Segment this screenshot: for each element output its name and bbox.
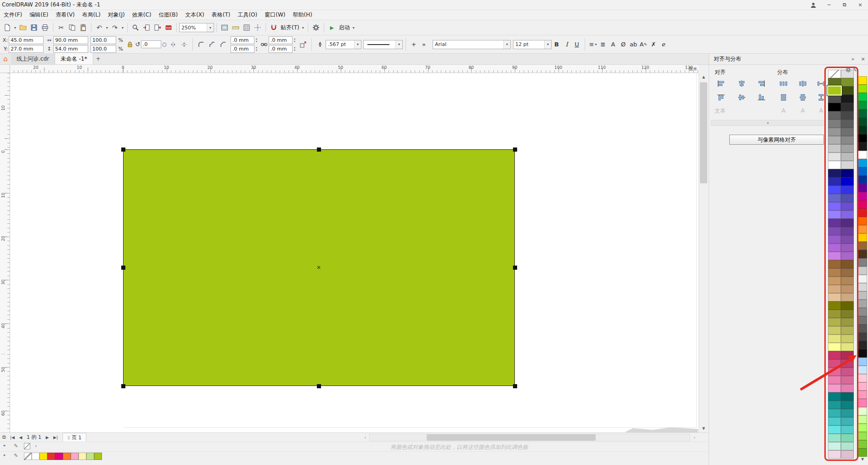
undo-button[interactable]: ↶ xyxy=(94,22,105,33)
color-swatch[interactable] xyxy=(828,210,841,219)
cut-button[interactable]: ✂ xyxy=(56,22,67,33)
vertical-ruler[interactable]: 100102030405060 xyxy=(0,73,10,432)
color-swatch[interactable] xyxy=(828,161,841,169)
color-swatch[interactable] xyxy=(841,194,854,202)
color-swatch[interactable] xyxy=(858,324,867,333)
color-swatch[interactable] xyxy=(47,453,55,460)
last-page-button[interactable]: ▶| xyxy=(51,433,60,442)
menu-item[interactable]: 效果(C) xyxy=(129,10,155,20)
color-swatch[interactable] xyxy=(828,450,841,459)
selection-handle[interactable] xyxy=(121,384,125,388)
color-swatch[interactable] xyxy=(841,376,854,384)
snap-label[interactable]: 贴齐(T) xyxy=(281,24,299,32)
color-swatch[interactable] xyxy=(828,103,841,111)
menu-item[interactable]: 表格(T) xyxy=(208,10,234,20)
snap-to-icon-button[interactable] xyxy=(268,22,279,33)
color-swatch[interactable] xyxy=(858,275,867,283)
color-swatch[interactable] xyxy=(841,301,854,310)
ruler-origin-button[interactable] xyxy=(0,65,10,73)
mirror-vertical-button[interactable] xyxy=(179,39,190,50)
palette-scroll-down-button[interactable]: ▼ xyxy=(857,457,868,461)
selection-handle[interactable] xyxy=(513,266,517,270)
color-swatch[interactable] xyxy=(858,167,867,176)
stepper[interactable]: ▴▾ xyxy=(294,37,295,43)
color-swatch[interactable] xyxy=(841,434,854,442)
color-swatch[interactable] xyxy=(858,242,867,250)
color-swatch[interactable] xyxy=(828,376,841,384)
link-corners-button[interactable] xyxy=(259,36,269,53)
proofing-button[interactable]: ✗ xyxy=(648,40,659,50)
chevron-down-icon[interactable]: ▾ xyxy=(207,23,214,32)
color-swatch[interactable] xyxy=(841,409,854,417)
color-swatch[interactable] xyxy=(828,95,841,103)
bold-button[interactable]: B xyxy=(552,40,562,50)
color-swatch[interactable] xyxy=(841,177,854,186)
color-swatch[interactable] xyxy=(79,453,86,460)
save-button[interactable] xyxy=(28,22,39,33)
color-swatch[interactable] xyxy=(858,109,867,118)
color-swatch[interactable] xyxy=(858,424,867,432)
horizontal-ruler[interactable]: 20100102030405060708090100110120130 毫米 xyxy=(10,65,699,73)
color-swatch[interactable] xyxy=(858,300,867,308)
options-button[interactable] xyxy=(310,22,321,33)
color-swatch[interactable] xyxy=(828,227,841,235)
color-swatch[interactable] xyxy=(841,384,854,392)
color-swatch[interactable] xyxy=(858,225,867,233)
color-swatch[interactable] xyxy=(828,260,841,268)
color-swatch[interactable] xyxy=(841,95,854,103)
bulleted-list-button[interactable]: ≣ xyxy=(598,40,608,50)
color-swatch[interactable] xyxy=(841,219,854,227)
page-sorter-icon[interactable]: ⧉ xyxy=(0,433,8,442)
no-fill-swatch[interactable] xyxy=(24,443,30,449)
menu-item[interactable]: 窗口(W) xyxy=(261,10,289,20)
color-swatch[interactable] xyxy=(828,384,841,392)
object-center-marker[interactable]: × xyxy=(316,264,321,271)
color-swatch[interactable] xyxy=(828,301,841,310)
color-swatch[interactable] xyxy=(858,407,867,415)
color-swatch[interactable] xyxy=(841,343,854,351)
color-swatch[interactable] xyxy=(858,85,867,93)
menu-item[interactable]: 文本(X) xyxy=(181,10,208,20)
selection-handle[interactable] xyxy=(317,147,321,152)
color-swatch[interactable] xyxy=(841,186,854,194)
selection-handle[interactable] xyxy=(121,147,125,152)
color-swatch[interactable] xyxy=(828,310,841,318)
align-center-vertically-button[interactable] xyxy=(734,91,749,103)
color-swatch[interactable] xyxy=(858,151,867,159)
color-swatch[interactable] xyxy=(828,318,841,326)
show-guidelines-button[interactable] xyxy=(252,22,263,33)
edit-text-button[interactable]: ab xyxy=(628,40,638,50)
color-swatch[interactable] xyxy=(841,442,854,450)
color-swatch[interactable] xyxy=(858,134,867,142)
color-swatch[interactable] xyxy=(858,308,867,316)
palette-edit-icon[interactable]: ✎ xyxy=(853,67,857,73)
color-swatch[interactable] xyxy=(858,440,867,448)
color-swatch[interactable] xyxy=(828,111,841,119)
search-content-button[interactable] xyxy=(130,22,141,33)
selection-handle[interactable] xyxy=(121,266,125,270)
new-document-button[interactable] xyxy=(2,22,13,33)
new-dropdown[interactable]: ▾ xyxy=(13,22,17,33)
vertical-scrollbar[interactable]: ▲ ▼ xyxy=(699,73,708,432)
color-swatch[interactable] xyxy=(858,126,867,134)
open-button[interactable] xyxy=(17,22,28,33)
scroll-down-button[interactable]: ▼ xyxy=(699,425,708,432)
color-swatch[interactable] xyxy=(841,359,854,368)
color-swatch[interactable] xyxy=(858,391,867,399)
chevron-down-icon[interactable]: ▾ xyxy=(354,40,361,49)
color-swatch[interactable] xyxy=(71,453,79,460)
relative-corner-scaling-button[interactable] xyxy=(298,39,309,50)
align-to-pixel-grid-button[interactable]: 与像素网格对齐 xyxy=(729,135,824,145)
color-swatch[interactable] xyxy=(828,392,841,401)
flyout-icon[interactable]: ▸ xyxy=(4,453,6,457)
color-swatch[interactable] xyxy=(841,392,854,401)
import-button[interactable] xyxy=(141,22,152,33)
color-swatch[interactable] xyxy=(828,244,841,252)
color-swatch[interactable] xyxy=(828,401,841,409)
color-swatch[interactable] xyxy=(841,210,854,219)
color-swatch[interactable] xyxy=(828,368,841,376)
color-swatch[interactable] xyxy=(841,326,854,335)
eyedropper-icon[interactable]: ✎ xyxy=(14,453,18,459)
color-swatch[interactable] xyxy=(828,343,841,351)
color-swatch[interactable] xyxy=(841,268,854,277)
